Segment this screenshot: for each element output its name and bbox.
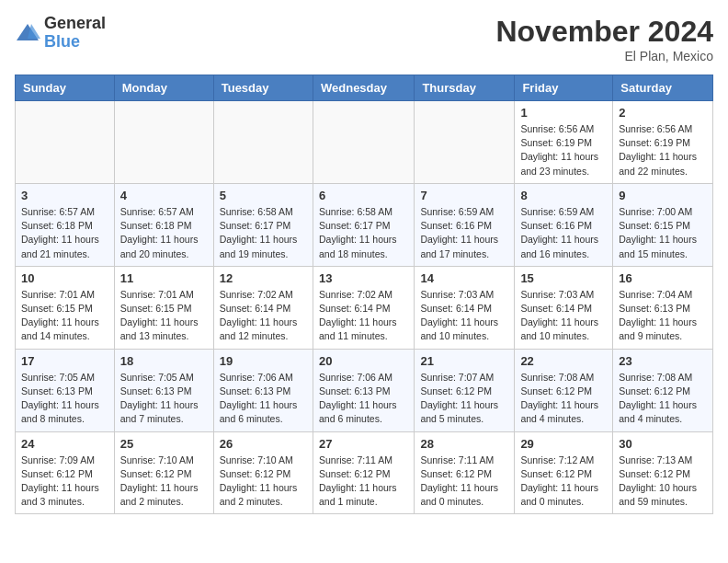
weekday-header-saturday: Saturday	[613, 75, 713, 101]
calendar-cell: 8Sunrise: 6:59 AM Sunset: 6:16 PM Daylig…	[515, 183, 613, 266]
day-number: 14	[420, 271, 508, 285]
day-info: Sunrise: 7:02 AM Sunset: 6:14 PM Dayligh…	[319, 288, 408, 344]
calendar-cell: 26Sunrise: 7:10 AM Sunset: 6:12 PM Dayli…	[213, 431, 313, 514]
calendar-cell: 6Sunrise: 6:58 AM Sunset: 6:17 PM Daylig…	[313, 183, 414, 266]
day-number: 11	[120, 271, 208, 285]
logo-general: General	[44, 14, 106, 32]
day-info: Sunrise: 7:01 AM Sunset: 6:15 PM Dayligh…	[21, 288, 108, 344]
day-number: 23	[619, 354, 707, 368]
calendar-cell: 28Sunrise: 7:11 AM Sunset: 6:12 PM Dayli…	[415, 431, 515, 514]
day-info: Sunrise: 6:58 AM Sunset: 6:17 PM Dayligh…	[220, 205, 307, 261]
calendar-week-4: 17Sunrise: 7:05 AM Sunset: 6:13 PM Dayli…	[16, 349, 713, 431]
day-info: Sunrise: 6:56 AM Sunset: 6:19 PM Dayligh…	[619, 122, 707, 178]
calendar-cell: 4Sunrise: 6:57 AM Sunset: 6:18 PM Daylig…	[114, 183, 213, 266]
day-number: 10	[21, 271, 108, 285]
logo-icon	[15, 20, 40, 46]
calendar-cell: 18Sunrise: 7:05 AM Sunset: 6:13 PM Dayli…	[114, 349, 213, 431]
day-info: Sunrise: 6:56 AM Sunset: 6:19 PM Dayligh…	[520, 122, 607, 178]
day-number: 12	[220, 271, 307, 285]
day-info: Sunrise: 7:06 AM Sunset: 6:13 PM Dayligh…	[319, 371, 408, 427]
day-number: 22	[520, 354, 607, 368]
day-number: 26	[220, 437, 307, 451]
calendar-cell: 15Sunrise: 7:03 AM Sunset: 6:14 PM Dayli…	[515, 266, 613, 349]
day-info: Sunrise: 7:00 AM Sunset: 6:15 PM Dayligh…	[619, 205, 707, 261]
logo-blue: Blue	[44, 32, 80, 51]
calendar-cell: 10Sunrise: 7:01 AM Sunset: 6:15 PM Dayli…	[16, 266, 115, 349]
day-number: 3	[21, 189, 108, 202]
day-info: Sunrise: 7:02 AM Sunset: 6:14 PM Dayligh…	[220, 288, 307, 344]
weekday-header-sunday: Sunday	[16, 75, 115, 101]
weekday-header-thursday: Thursday	[415, 75, 515, 101]
day-number: 19	[220, 354, 307, 368]
location: El Plan, Mexico	[495, 49, 713, 63]
day-number: 4	[120, 189, 208, 202]
calendar-cell: 20Sunrise: 7:06 AM Sunset: 6:13 PM Dayli…	[313, 349, 414, 431]
weekday-header-monday: Monday	[114, 75, 213, 101]
calendar-cell: 25Sunrise: 7:10 AM Sunset: 6:12 PM Dayli…	[114, 431, 213, 514]
calendar-week-1: 1Sunrise: 6:56 AM Sunset: 6:19 PM Daylig…	[16, 101, 713, 184]
calendar-cell: 17Sunrise: 7:05 AM Sunset: 6:13 PM Dayli…	[16, 349, 115, 431]
weekday-header-tuesday: Tuesday	[213, 75, 313, 101]
day-info: Sunrise: 7:11 AM Sunset: 6:12 PM Dayligh…	[420, 454, 508, 510]
calendar-cell: 30Sunrise: 7:13 AM Sunset: 6:12 PM Dayli…	[613, 431, 713, 514]
calendar-week-2: 3Sunrise: 6:57 AM Sunset: 6:18 PM Daylig…	[16, 183, 713, 266]
calendar-week-3: 10Sunrise: 7:01 AM Sunset: 6:15 PM Dayli…	[16, 266, 713, 349]
calendar-cell: 23Sunrise: 7:08 AM Sunset: 6:12 PM Dayli…	[613, 349, 713, 431]
calendar-cell: 3Sunrise: 6:57 AM Sunset: 6:18 PM Daylig…	[16, 183, 115, 266]
day-number: 13	[319, 271, 408, 285]
calendar-cell: 24Sunrise: 7:09 AM Sunset: 6:12 PM Dayli…	[16, 431, 115, 514]
calendar-cell: 5Sunrise: 6:58 AM Sunset: 6:17 PM Daylig…	[213, 183, 313, 266]
calendar-cell: 2Sunrise: 6:56 AM Sunset: 6:19 PM Daylig…	[613, 101, 713, 184]
calendar-cell: 12Sunrise: 7:02 AM Sunset: 6:14 PM Dayli…	[213, 266, 313, 349]
day-info: Sunrise: 7:10 AM Sunset: 6:12 PM Dayligh…	[220, 454, 307, 510]
day-number: 7	[420, 189, 508, 202]
page-header: General Blue November 2024 El Plan, Mexi…	[15, 15, 713, 63]
day-number: 2	[619, 106, 707, 120]
day-info: Sunrise: 7:06 AM Sunset: 6:13 PM Dayligh…	[220, 371, 307, 427]
day-number: 1	[520, 106, 607, 120]
day-info: Sunrise: 6:59 AM Sunset: 6:16 PM Dayligh…	[420, 205, 508, 261]
calendar-cell: 22Sunrise: 7:08 AM Sunset: 6:12 PM Dayli…	[515, 349, 613, 431]
month-title: November 2024	[495, 15, 713, 49]
day-info: Sunrise: 7:01 AM Sunset: 6:15 PM Dayligh…	[120, 288, 208, 344]
day-number: 30	[619, 437, 707, 451]
title-block: November 2024 El Plan, Mexico	[495, 15, 713, 63]
calendar-week-5: 24Sunrise: 7:09 AM Sunset: 6:12 PM Dayli…	[16, 431, 713, 514]
day-info: Sunrise: 7:03 AM Sunset: 6:14 PM Dayligh…	[520, 288, 607, 344]
day-info: Sunrise: 6:57 AM Sunset: 6:18 PM Dayligh…	[21, 205, 108, 261]
day-number: 9	[619, 189, 707, 202]
day-number: 5	[220, 189, 307, 202]
calendar-cell: 27Sunrise: 7:11 AM Sunset: 6:12 PM Dayli…	[313, 431, 414, 514]
day-number: 16	[619, 271, 707, 285]
calendar-cell: 1Sunrise: 6:56 AM Sunset: 6:19 PM Daylig…	[515, 101, 613, 184]
weekday-header-wednesday: Wednesday	[313, 75, 414, 101]
day-info: Sunrise: 7:08 AM Sunset: 6:12 PM Dayligh…	[619, 371, 707, 427]
day-info: Sunrise: 7:07 AM Sunset: 6:12 PM Dayligh…	[420, 371, 508, 427]
day-info: Sunrise: 6:57 AM Sunset: 6:18 PM Dayligh…	[120, 205, 208, 261]
day-info: Sunrise: 7:05 AM Sunset: 6:13 PM Dayligh…	[21, 371, 108, 427]
calendar-cell: 7Sunrise: 6:59 AM Sunset: 6:16 PM Daylig…	[415, 183, 515, 266]
calendar-cell	[415, 101, 515, 184]
day-number: 28	[420, 437, 508, 451]
day-number: 24	[21, 437, 108, 451]
day-info: Sunrise: 7:08 AM Sunset: 6:12 PM Dayligh…	[520, 371, 607, 427]
calendar-header-row: SundayMondayTuesdayWednesdayThursdayFrid…	[16, 75, 713, 101]
day-number: 20	[319, 354, 408, 368]
day-number: 29	[520, 437, 607, 451]
logo: General Blue	[15, 15, 106, 52]
calendar-cell: 29Sunrise: 7:12 AM Sunset: 6:12 PM Dayli…	[515, 431, 613, 514]
day-info: Sunrise: 6:58 AM Sunset: 6:17 PM Dayligh…	[319, 205, 408, 261]
day-number: 18	[120, 354, 208, 368]
calendar-cell	[313, 101, 414, 184]
day-number: 21	[420, 354, 508, 368]
calendar-cell: 21Sunrise: 7:07 AM Sunset: 6:12 PM Dayli…	[415, 349, 515, 431]
day-info: Sunrise: 7:04 AM Sunset: 6:13 PM Dayligh…	[619, 288, 707, 344]
calendar-cell: 9Sunrise: 7:00 AM Sunset: 6:15 PM Daylig…	[613, 183, 713, 266]
calendar-cell	[114, 101, 213, 184]
day-number: 6	[319, 189, 408, 202]
day-info: Sunrise: 7:10 AM Sunset: 6:12 PM Dayligh…	[120, 454, 208, 510]
day-info: Sunrise: 6:59 AM Sunset: 6:16 PM Dayligh…	[520, 205, 607, 261]
calendar-cell	[16, 101, 115, 184]
day-number: 27	[319, 437, 408, 451]
calendar-cell	[213, 101, 313, 184]
